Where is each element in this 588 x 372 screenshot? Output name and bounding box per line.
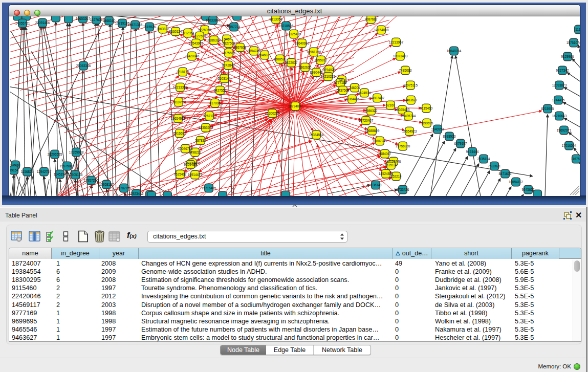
svg-text:12213967: 12213967	[389, 40, 404, 44]
svg-text:19975887: 19975887	[60, 164, 75, 168]
svg-text:14210225: 14210225	[321, 75, 336, 78]
svg-text:21300275: 21300275	[265, 112, 280, 115]
svg-text:17359938: 17359938	[69, 150, 84, 154]
svg-text:2087682: 2087682	[365, 17, 378, 21]
svg-text:7632621: 7632621	[488, 164, 501, 168]
svg-text:116753: 116753	[571, 157, 580, 161]
svg-text:1916682: 1916682	[173, 132, 186, 135]
svg-text:8186323: 8186323	[208, 38, 221, 42]
svg-text:1615132: 1615132	[385, 163, 398, 167]
svg-text:7663822: 7663822	[157, 27, 169, 31]
svg-text:1640954: 1640954	[431, 127, 444, 131]
svg-text:15716485: 15716485	[202, 186, 216, 190]
svg-text:3267110: 3267110	[203, 114, 216, 118]
svg-text:3624514: 3624514	[358, 91, 371, 95]
svg-text:1733426: 1733426	[397, 188, 409, 191]
svg-text:1136141: 1136141	[369, 183, 382, 187]
svg-text:7625402: 7625402	[174, 172, 187, 176]
svg-text:12505135: 12505135	[68, 173, 83, 177]
svg-text:18724007: 18724007	[288, 104, 303, 108]
svg-text:1117: 1117	[575, 28, 580, 31]
svg-text:20091406: 20091406	[35, 21, 50, 25]
svg-text:16671385: 16671385	[128, 23, 143, 27]
svg-text:10654112: 10654112	[509, 180, 523, 184]
svg-text:16120746: 16120746	[386, 160, 401, 163]
svg-text:6466160: 6466160	[103, 19, 116, 23]
svg-text:16210643: 16210643	[552, 114, 567, 118]
svg-text:10543962: 10543962	[189, 41, 204, 45]
svg-text:12975115: 12975115	[403, 83, 418, 87]
svg-text:19756928: 19756928	[396, 144, 410, 148]
svg-text:1527602: 1527602	[90, 18, 103, 21]
svg-text:13325419: 13325419	[287, 32, 301, 36]
svg-text:9115460: 9115460	[420, 106, 433, 110]
svg-text:1588520: 1588520	[274, 57, 287, 61]
svg-text:7485063: 7485063	[399, 69, 412, 72]
svg-text:7986322: 7986322	[365, 109, 378, 113]
svg-text:9127508: 9127508	[193, 34, 206, 38]
svg-text:8813054: 8813054	[270, 17, 282, 21]
svg-text:16648784: 16648784	[447, 49, 462, 53]
svg-text:6437508: 6437508	[337, 89, 350, 92]
svg-text:17016504: 17016504	[562, 144, 577, 147]
svg-text:6479197: 6479197	[454, 142, 467, 145]
svg-text:10653267: 10653267	[76, 17, 91, 20]
svg-text:10688609: 10688609	[365, 129, 380, 133]
svg-text:9684067: 9684067	[379, 152, 391, 156]
svg-text:2935114: 2935114	[477, 157, 490, 161]
svg-text:185061: 185061	[10, 163, 21, 167]
svg-text:1244415: 1244415	[552, 98, 565, 102]
svg-text:2603144: 2603144	[218, 77, 231, 80]
svg-text:8990448: 8990448	[310, 71, 323, 74]
svg-text:9327508: 9327508	[223, 41, 235, 45]
svg-text:10973493: 10973493	[393, 54, 408, 58]
svg-text:12093873: 12093873	[552, 83, 567, 87]
svg-text:22420046: 22420046	[185, 54, 200, 58]
svg-text:8660124: 8660124	[169, 30, 182, 33]
svg-text:7357224: 7357224	[228, 25, 241, 29]
svg-text:9474444: 9474444	[466, 150, 479, 154]
svg-text:13353594: 13353594	[199, 126, 213, 129]
svg-text:19654923: 19654923	[402, 129, 417, 133]
svg-text:2718176: 2718176	[177, 70, 189, 74]
svg-text:15495744: 15495744	[401, 114, 416, 118]
svg-text:3675685: 3675685	[223, 51, 235, 55]
svg-text:39154: 39154	[10, 168, 18, 172]
svg-text:10046788: 10046788	[178, 147, 193, 150]
svg-text:19218506: 19218506	[279, 24, 294, 28]
svg-text:9794028: 9794028	[323, 68, 336, 72]
svg-text:1810755: 1810755	[172, 100, 185, 104]
svg-text:18807249: 18807249	[373, 139, 387, 143]
svg-text:7515526: 7515526	[143, 25, 156, 29]
svg-text:19654933: 19654933	[171, 117, 186, 120]
svg-text:20206555: 20206555	[48, 152, 62, 156]
svg-text:7955812: 7955812	[315, 58, 328, 62]
svg-text:20364436: 20364436	[345, 97, 360, 101]
svg-text:5226058: 5226058	[199, 28, 211, 32]
svg-text:9777169: 9777169	[334, 81, 347, 84]
svg-text:8938923: 8938923	[443, 135, 456, 138]
svg-text:18640910: 18640910	[295, 41, 310, 45]
svg-text:16033809: 16033809	[206, 18, 221, 22]
svg-text:10025433: 10025433	[395, 108, 410, 112]
svg-text:2867608: 2867608	[234, 46, 247, 49]
svg-text:19384554: 19384554	[309, 133, 324, 137]
svg-text:252214: 252214	[390, 174, 402, 178]
svg-text:8215955: 8215955	[541, 107, 554, 111]
svg-text:8471676: 8471676	[499, 172, 512, 176]
svg-text:587832: 587832	[195, 139, 206, 142]
svg-text:10807487: 10807487	[370, 96, 385, 100]
svg-text:16961758: 16961758	[307, 50, 321, 54]
svg-text:10154808: 10154808	[374, 28, 389, 32]
svg-text:9699695: 9699695	[421, 121, 433, 125]
svg-text:546: 546	[224, 37, 230, 41]
svg-text:1145194: 1145194	[54, 172, 67, 176]
svg-text:1498222: 1498222	[189, 150, 202, 154]
svg-text:9129966: 9129966	[561, 55, 574, 58]
svg-text:12923446: 12923446	[129, 192, 144, 195]
svg-text:3912954: 3912954	[182, 31, 194, 35]
svg-text:417006: 417006	[209, 101, 221, 105]
svg-text:16914479: 16914479	[188, 173, 203, 177]
svg-text:15751074: 15751074	[567, 41, 580, 45]
svg-text:9309489: 9309489	[184, 163, 197, 166]
